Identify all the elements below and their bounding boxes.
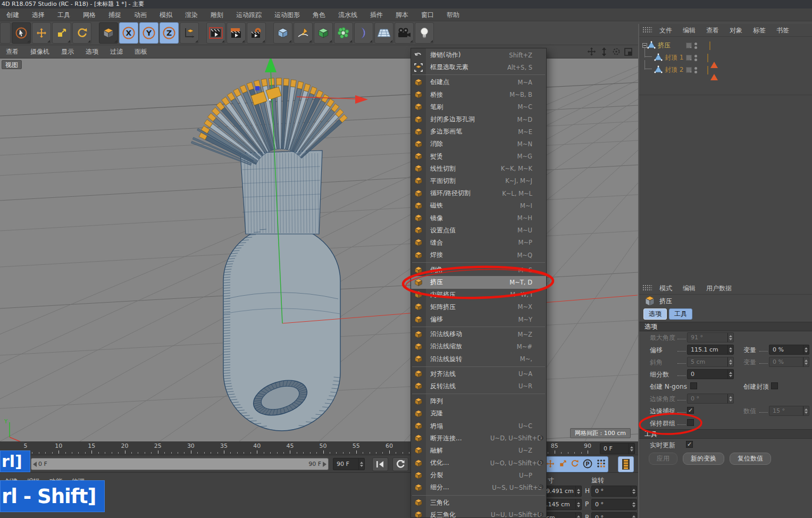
- context-menu-item-对齐法线[interactable]: 对齐法线U~A: [411, 368, 546, 380]
- context-menu-item-分裂[interactable]: 分裂U~P: [411, 469, 546, 481]
- context-menu-item-细分[interactable]: 细分...U~S, U~Shift+S⚙: [411, 481, 546, 494]
- toolbar-add-floor-button[interactable]: [374, 22, 394, 44]
- context-menu-item-设置点值[interactable]: 设置点值M~U: [411, 224, 546, 237]
- attribute-tab-工具[interactable]: 工具: [669, 308, 692, 320]
- context-menu-item-消除[interactable]: 消除M~N: [411, 138, 546, 150]
- context-menu-item-线性切割[interactable]: 线性切割K~K, M~K: [411, 163, 546, 175]
- context-menu-item-焊接[interactable]: 焊接M~Q: [411, 249, 546, 261]
- context-menu-item-撤销(动作)[interactable]: 撤销(动作)Shift+Z: [411, 49, 546, 61]
- current-frame-stepper[interactable]: [629, 444, 634, 454]
- tool-options-gear-icon[interactable]: ⚙: [538, 434, 544, 442]
- context-menu-item-桥接[interactable]: 桥接M~B, B: [411, 89, 546, 101]
- toolbar-coordinate-system-button[interactable]: [180, 22, 199, 44]
- menubar-item-工具[interactable]: 工具: [51, 9, 77, 21]
- phong-triangle-tag[interactable]: [710, 66, 718, 74]
- range-left-arrow-icon[interactable]: [33, 462, 37, 467]
- texture-checker-tag[interactable]: [709, 42, 710, 49]
- toolbar-lock-x-button[interactable]: X: [119, 22, 138, 44]
- context-menu-item-矩阵挤压[interactable]: 矩阵挤压M~X: [411, 301, 546, 313]
- context-menu-item-反转法线[interactable]: 反转法线U~R: [411, 380, 546, 392]
- context-menu-item-偏移[interactable]: 偏移M~Y: [411, 313, 546, 325]
- menubar-item-角色[interactable]: 角色: [306, 9, 332, 21]
- size-field-P[interactable]: .145 cm: [542, 499, 582, 510]
- toolbar-add-light-button[interactable]: [415, 22, 434, 44]
- object-label[interactable]: 挤压: [658, 41, 671, 50]
- field-偏移-stepper[interactable]: [727, 345, 733, 354]
- context-menu-item-内部挤压[interactable]: 内部挤压M~W, I: [411, 289, 546, 301]
- toolbar-add-spline-button[interactable]: [294, 22, 313, 44]
- end-frame-stepper[interactable]: [358, 458, 364, 470]
- window-titlebar[interactable]: 4D R18.057 Studio (RC - R18) - [未标题 1 *]…: [0, 0, 812, 9]
- button-复位数值[interactable]: 复位数值: [730, 453, 771, 465]
- context-menu-item-沿法线移动[interactable]: 沿法线移动M~Z: [411, 328, 546, 340]
- options-section-header[interactable]: 选项: [639, 322, 812, 331]
- checkbox-创建封顶[interactable]: [771, 382, 778, 389]
- record-point-level-button[interactable]: [597, 459, 606, 470]
- menubar-item-捕捉[interactable]: 捕捉: [102, 9, 128, 21]
- context-menu-item-优化[interactable]: 优化...U~O, U~Shift+O⚙: [411, 457, 546, 469]
- menubar-item-选择[interactable]: 选择: [26, 9, 51, 21]
- viewport-menu-摄像机[interactable]: 摄像机: [24, 45, 55, 58]
- context-menu-item-多边形画笔[interactable]: 多边形画笔M~E: [411, 126, 546, 138]
- attribute-menu-用户数据[interactable]: 用户数据: [701, 282, 737, 295]
- toolbar-lock-y-button[interactable]: Y: [139, 22, 158, 44]
- size-stepper[interactable]: [575, 499, 581, 509]
- panel-grip-icon[interactable]: [642, 285, 652, 291]
- menubar-item-运动跟踪[interactable]: 运动跟踪: [230, 9, 268, 21]
- context-menu-item-循环/路径切割[interactable]: 循环/路径切割K~L, M~L: [411, 187, 546, 199]
- context-menu-item-倒角[interactable]: 倒角M~S: [411, 264, 546, 276]
- toolbar-add-camera-button[interactable]: [395, 22, 414, 44]
- menubar-item-雕刻[interactable]: 雕刻: [204, 9, 230, 21]
- layer-color-box[interactable]: [686, 67, 692, 73]
- play-loop-button[interactable]: [392, 457, 408, 471]
- context-menu-item-断开连接[interactable]: 断开连接...U~D, U~Shift+D⚙: [411, 432, 546, 445]
- context-menu-item-沿法线缩放[interactable]: 沿法线缩放M~#: [411, 340, 546, 353]
- z-axis-handle[interactable]: [255, 86, 259, 90]
- context-menu-item-阵列[interactable]: 阵列: [411, 395, 546, 407]
- menubar-item-帮助[interactable]: 帮助: [440, 9, 466, 21]
- menubar-item-网格[interactable]: 网格: [77, 9, 102, 21]
- viewport-orbit-icon[interactable]: [612, 47, 621, 56]
- context-menu-item-框显选取元素[interactable]: 框显选取元素Alt+S, S: [411, 61, 546, 73]
- menubar-item-流水线[interactable]: 流水线: [332, 9, 364, 21]
- layer-color-box[interactable]: [686, 55, 692, 61]
- record-scale-button[interactable]: [559, 459, 567, 469]
- checkbox-边缘捕捉[interactable]: [687, 407, 694, 414]
- viewport-menu-查看[interactable]: 查看: [0, 45, 24, 58]
- viewport-label[interactable]: 视图: [2, 60, 22, 69]
- rotation-field-H[interactable]: 0 °: [591, 486, 637, 497]
- toolbar-add-primitive-button[interactable]: [273, 22, 292, 44]
- field-偏移-变量[interactable]: 0 %: [769, 345, 809, 355]
- viewport-toggle-panel-icon[interactable]: [624, 47, 633, 56]
- tool-options-gear-icon[interactable]: ⚙: [538, 511, 544, 518]
- rotation-stepper[interactable]: [631, 499, 637, 509]
- expand-collapse-icon[interactable]: [642, 43, 647, 48]
- attribute-menu-编辑[interactable]: 编辑: [677, 282, 701, 295]
- viewport-menu-显示[interactable]: 显示: [55, 45, 80, 58]
- tool-options-gear-icon[interactable]: ⚙: [538, 458, 544, 466]
- object-row-封顶 1[interactable]: 封顶 1: [639, 52, 812, 63]
- realtime-update-checkbox[interactable]: [686, 441, 693, 448]
- context-menu-item-沿法线旋转[interactable]: 沿法线旋转M~,: [411, 353, 546, 365]
- toolbar-last-tool-extrude-button[interactable]: [99, 22, 118, 44]
- attribute-tab-选项[interactable]: 选项: [643, 308, 667, 320]
- context-menu-item-缝合[interactable]: 缝合M~P: [411, 237, 546, 249]
- menubar-item-窗口[interactable]: 窗口: [415, 9, 440, 21]
- viewport-pan-icon[interactable]: [587, 47, 596, 56]
- context-menu-item-坍塌[interactable]: 坍塌U~C: [411, 420, 546, 432]
- object-row-封顶 2[interactable]: 封顶 2: [639, 64, 812, 76]
- toolbar-move-button[interactable]: [32, 22, 51, 44]
- visibility-dots[interactable]: [694, 67, 697, 73]
- rotation-stepper[interactable]: [631, 486, 637, 496]
- checkbox-保持群组[interactable]: [687, 419, 694, 426]
- attribute-menu-模式[interactable]: 模式: [654, 282, 677, 295]
- field-细分数[interactable]: 0: [687, 369, 734, 379]
- size-stepper[interactable]: [575, 486, 581, 496]
- phong-triangle-tag[interactable]: [710, 54, 718, 62]
- current-frame-field[interactable]: 0 F: [600, 443, 635, 454]
- object-manager-menu-编辑[interactable]: 编辑: [677, 24, 701, 37]
- field-细分数-stepper[interactable]: [727, 370, 733, 379]
- context-menu-item-创建点[interactable]: 创建点M~A: [411, 76, 546, 88]
- viewport-menu-选项[interactable]: 选项: [80, 45, 104, 58]
- size-field-H[interactable]: 9.491 cm: [542, 486, 582, 497]
